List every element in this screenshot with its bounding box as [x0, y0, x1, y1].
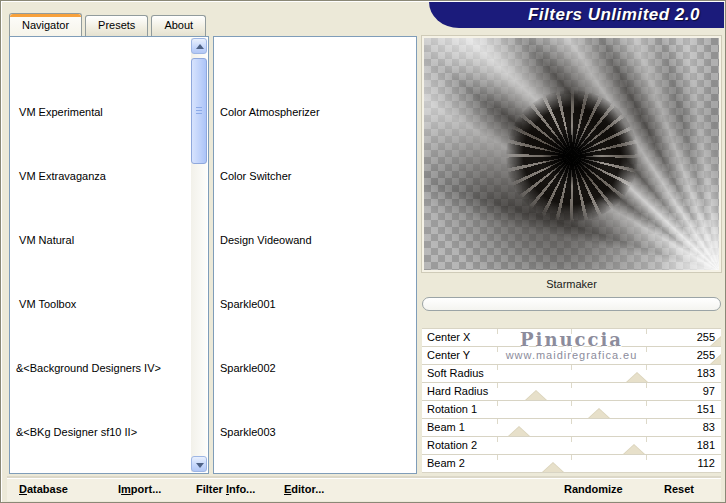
slider-handle-icon[interactable]	[622, 445, 646, 454]
filter-list-item[interactable]: Sparkle002	[218, 360, 416, 376]
parameter-slider[interactable]: Rotation 1 151	[422, 401, 721, 418]
slider-handle-icon[interactable]	[524, 391, 548, 400]
filter-info-button[interactable]: Filter Info...	[196, 483, 255, 495]
slider-handle-icon[interactable]	[709, 337, 721, 346]
filter-list: Color Atmospherizer Color Switcher Desig…	[214, 37, 416, 474]
tab-bar: Navigator Presets About	[9, 13, 209, 36]
filters-unlimited-dialog: Filters Unlimited 2.0 Navigator Presets …	[0, 0, 726, 503]
tab-about[interactable]: About	[151, 15, 206, 36]
parameter-value: 151	[697, 403, 715, 415]
scroll-up-button[interactable]	[191, 38, 207, 54]
preview-image[interactable]	[422, 36, 721, 272]
parameter-slider[interactable]: Center Y 255	[422, 347, 721, 364]
slider-handle-icon[interactable]	[587, 409, 611, 418]
parameter-slider[interactable]: Beam 2 112	[422, 455, 721, 472]
category-list-item[interactable]: VM Toolbox	[14, 296, 190, 312]
parameter-label: Hard Radius	[427, 385, 488, 397]
footer-bar: Database Import... Filter Info... Editor…	[7, 478, 721, 501]
progress-bar	[422, 297, 721, 311]
reset-button[interactable]: Reset	[664, 483, 694, 495]
filter-list-item[interactable]: Color Atmospherizer	[218, 104, 416, 120]
parameter-label: Soft Radius	[427, 367, 484, 379]
parameter-slider[interactable]: Beam 1 83	[422, 419, 721, 436]
category-list-item[interactable]: &<Background Designers IV>	[14, 360, 190, 376]
chevron-down-icon	[196, 463, 204, 468]
filter-list-item[interactable]: Sparkle001	[218, 296, 416, 312]
parameter-slider[interactable]: Soft Radius 183	[422, 365, 721, 382]
parameter-sliders: Center X 255 Center Y 255 Soft Radius 18…	[422, 328, 721, 473]
category-list-item[interactable]: &<BKg Designer sf10 II>	[14, 424, 190, 440]
slider-handle-icon[interactable]	[709, 355, 721, 364]
parameter-slider[interactable]: Hard Radius 97	[422, 383, 721, 400]
scrollbar-grip-icon	[196, 107, 202, 115]
slider-handle-icon[interactable]	[507, 427, 531, 436]
filter-list-item[interactable]: Sparkle003	[218, 424, 416, 440]
parameter-label: Rotation 1	[427, 403, 477, 415]
parameter-value: 181	[697, 439, 715, 451]
filter-list-item[interactable]: Color Switcher	[218, 168, 416, 184]
category-scrollbar[interactable]	[191, 38, 207, 472]
filter-caption: Starmaker	[422, 278, 721, 290]
import-button[interactable]: Import...	[118, 483, 161, 495]
parameter-value: 83	[703, 421, 715, 433]
filter-listbox: Color Atmospherizer Color Switcher Desig…	[213, 36, 417, 474]
parameter-slider[interactable]: Center X 255	[422, 329, 721, 346]
parameter-value: 97	[703, 385, 715, 397]
tab-navigator[interactable]: Navigator	[9, 13, 82, 36]
slider-handle-icon[interactable]	[625, 373, 649, 382]
parameter-label: Center Y	[427, 349, 470, 361]
parameter-value: 183	[697, 367, 715, 379]
category-list-item[interactable]: VM Natural	[14, 232, 190, 248]
chevron-up-icon	[196, 44, 204, 49]
app-title: Filters Unlimited 2.0	[528, 5, 700, 25]
scrollbar-thumb[interactable]	[191, 58, 207, 164]
parameter-label: Center X	[427, 331, 470, 343]
parameter-slider[interactable]: Rotation 2 181	[422, 437, 721, 454]
preview-panel: Starmaker Center X 255 Center Y 255 Soft…	[422, 36, 721, 474]
starburst	[506, 90, 638, 222]
title-banner: Filters Unlimited 2.0	[429, 2, 724, 28]
slider-handle-icon[interactable]	[541, 463, 565, 472]
parameter-label: Rotation 2	[427, 439, 477, 451]
category-list-item[interactable]: VM Extravaganza	[14, 168, 190, 184]
randomize-button[interactable]: Randomize	[564, 483, 623, 495]
parameter-label: Beam 1	[427, 421, 465, 433]
parameter-label: Beam 2	[427, 457, 465, 469]
filter-list-item[interactable]: Design Videowand	[218, 232, 416, 248]
parameter-value: 112	[697, 457, 715, 469]
category-listbox: VM Experimental VM Extravaganza VM Natur…	[9, 36, 209, 474]
scroll-down-button[interactable]	[191, 456, 207, 472]
category-list-item[interactable]: VM Experimental	[14, 104, 190, 120]
tab-presets[interactable]: Presets	[85, 15, 148, 36]
database-button[interactable]: Database	[19, 483, 68, 495]
category-list: VM Experimental VM Extravaganza VM Natur…	[10, 37, 208, 474]
editor-button[interactable]: Editor...	[284, 483, 324, 495]
